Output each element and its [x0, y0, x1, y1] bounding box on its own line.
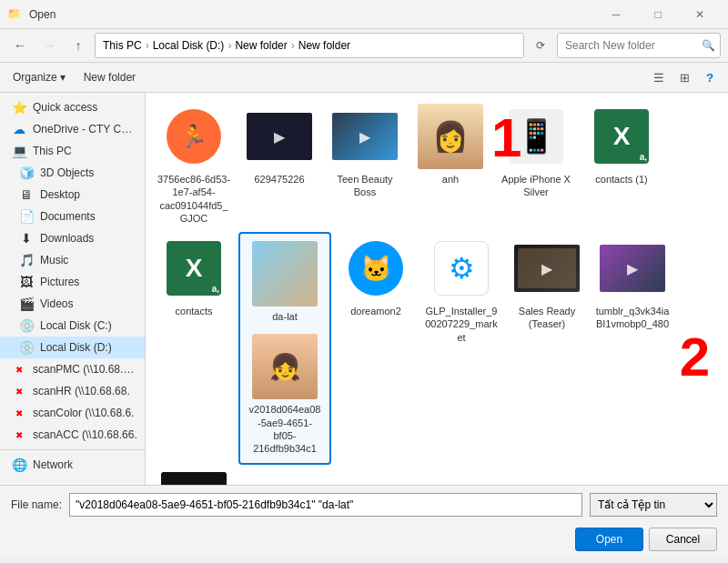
file-item-iphone[interactable]: 📱 Apple iPhone X Silver: [495, 100, 577, 228]
doraemon-icon: 🐱: [349, 241, 403, 296]
localc-icon: 💿: [18, 318, 35, 333]
image-anh: 👩: [418, 104, 483, 169]
sidebar-pictures-label: Pictures: [40, 276, 79, 288]
view-grid-button[interactable]: ⊞: [673, 66, 695, 88]
scanacc-icon: ✖: [11, 430, 27, 440]
dialog-buttons: Open Cancel: [0, 524, 728, 555]
file-name-sticker: 3756ec86-6d53-1e7-af54-cac091044fd5_GJOC: [157, 173, 231, 225]
view-toggle-button[interactable]: ☰: [648, 66, 670, 88]
file-thumbnail-teen: [332, 104, 398, 169]
sidebar-item-scanhr[interactable]: ✖ scanHR (\\10.68.68.: [0, 380, 145, 402]
organize-button[interactable]: Organize ▾: [7, 68, 71, 86]
sidebar-item-scanacc[interactable]: ✖ scanACC (\\10.68.66.: [0, 424, 145, 446]
file-item-sales[interactable]: Sales Ready (Teaser): [506, 232, 588, 464]
sidebar-item-desktop[interactable]: 🖥 Desktop: [0, 184, 145, 206]
file-name-iphone: Apple iPhone X Silver: [499, 173, 573, 199]
file-name-629: 629475226: [254, 173, 304, 186]
breadcrumb-sep1: ›: [146, 39, 149, 52]
desktop-icon: 🖥: [18, 187, 35, 202]
title-bar: 📁 Open ─ □ ✕: [0, 0, 728, 29]
sidebar-separator: [0, 449, 145, 450]
sidebar: ⭐ Quick access ☁ OneDrive - CTY CP Di 💻 …: [0, 93, 146, 485]
search-input[interactable]: [565, 39, 702, 52]
file-item-tumblr[interactable]: tumblr_q3vk34iaBI1vmobp0_480: [592, 232, 673, 464]
title-bar-controls: ─ □ ✕: [595, 0, 721, 29]
file-name-sales: Sales Ready (Teaser): [510, 305, 584, 331]
back-button[interactable]: ←: [7, 33, 33, 58]
close-button[interactable]: ✕: [679, 0, 721, 29]
installer-icon: ⚙: [434, 241, 489, 296]
sidebar-item-localc[interactable]: 💿 Local Disk (C:): [0, 315, 145, 337]
file-item-sticker[interactable]: 🏃 3756ec86-6d53-1e7-af54-cac091044fd5_GJ…: [153, 100, 235, 228]
image-tumblr2: 👤: [161, 472, 227, 485]
file-item-glp[interactable]: ⚙ GLP_Installer_900207229_market: [420, 232, 502, 464]
sidebar-item-scancolor[interactable]: ✖ scanColor (\\10.68.6.: [0, 402, 145, 424]
new-folder-button[interactable]: New folder: [78, 68, 141, 86]
minimize-button[interactable]: ─: [595, 0, 637, 29]
file-item-v2018[interactable]: 👧 v2018d064ea08-5ae9-4651-bf05-216dfb9b3…: [244, 330, 326, 458]
video-thumb-629: [247, 113, 312, 160]
file-thumbnail-629: [247, 104, 312, 169]
sidebar-item-onedrive[interactable]: ☁ OneDrive - CTY CP Di: [0, 118, 145, 140]
sidebar-desktop-label: Desktop: [40, 188, 80, 201]
filename-label: File name:: [11, 498, 62, 511]
file-item-contacts[interactable]: X a, contacts: [153, 232, 235, 464]
filename-input[interactable]: [69, 493, 582, 517]
sidebar-item-downloads[interactable]: ⬇ Downloads: [0, 227, 145, 249]
sidebar-item-quickaccess[interactable]: ⭐ Quick access: [0, 96, 145, 118]
sidebar-item-videos[interactable]: 🎬 Videos: [0, 293, 145, 315]
sidebar-item-locald[interactable]: 💿 Local Disk (D:): [0, 337, 145, 358]
sidebar-localc-label: Local Disk (C:): [40, 319, 112, 332]
file-item-629[interactable]: 629475226: [238, 100, 320, 228]
breadcrumb-newfolder2: New folder: [298, 39, 350, 52]
file-thumbnail-contacts1: X a,: [589, 104, 654, 169]
excel-icon-contacts: X a,: [167, 241, 221, 296]
file-area: 1 2 🏃 3756ec86-6d53-1e7-af54-cac091044fd…: [146, 93, 728, 485]
sidebar-item-thispc[interactable]: 💻 This PC: [0, 140, 145, 162]
filetype-select[interactable]: Tất cả Tệp tin: [590, 493, 717, 517]
file-thumbnail-dalat: [252, 241, 318, 307]
open-button[interactable]: Open: [575, 528, 643, 551]
sidebar-onedrive-label: OneDrive - CTY CP Di: [33, 123, 137, 136]
sidebar-videos-label: Videos: [40, 297, 73, 310]
sidebar-item-scanpmc[interactable]: ✖ scanPMC (\\10.68.66.: [0, 358, 145, 380]
sidebar-item-documents[interactable]: 📄 Documents: [0, 206, 145, 227]
file-item-doraemon[interactable]: 🐱 doreamon2: [335, 232, 417, 464]
bottom-bar: File name: Tất cả Tệp tin: [0, 485, 728, 524]
sidebar-item-3dobjects[interactable]: 🧊 3D Objects: [0, 162, 145, 184]
view-controls: ☰ ⊞ ?: [648, 66, 721, 88]
scancolor-icon: ✖: [11, 408, 27, 418]
video-thumb-tumblr: [600, 245, 665, 292]
breadcrumb[interactable]: This PC › Local Disk (D:) › New folder ›…: [95, 33, 524, 58]
file-thumbnail-contacts: X a,: [161, 236, 227, 301]
sidebar-3dobjects-label: 3D Objects: [40, 166, 94, 179]
file-item-contacts1[interactable]: X a, contacts (1): [581, 100, 662, 228]
quickaccess-icon: ⭐: [11, 100, 27, 115]
sidebar-item-pictures[interactable]: 🖼 Pictures: [0, 271, 145, 293]
maximize-button[interactable]: □: [637, 0, 679, 29]
sidebar-scanacc-label: scanACC (\\10.68.66.: [33, 428, 137, 441]
video-thumb-teen: [332, 113, 398, 160]
file-item-anh[interactable]: 👩 anh: [410, 100, 491, 228]
file-item-dalat[interactable]: da-lat: [244, 237, 326, 327]
image-dalat: [252, 241, 318, 307]
sidebar-documents-label: Documents: [40, 210, 96, 223]
onedrive-icon: ☁: [11, 122, 27, 136]
documents-icon: 📄: [18, 209, 35, 224]
scanpmc-icon: ✖: [11, 365, 27, 375]
sticker-icon: 🏃: [167, 109, 221, 164]
file-item-teen[interactable]: Teen Beauty Boss: [324, 100, 406, 228]
sidebar-item-music[interactable]: 🎵 Music: [0, 249, 145, 271]
file-item-tumblr2[interactable]: 👤 tumblr_qe0t9kGpWA1t22nj: [153, 468, 235, 485]
up-button[interactable]: ↑: [66, 33, 91, 58]
file-thumbnail-sales: [514, 236, 580, 301]
search-bar[interactable]: 🔍: [557, 33, 721, 58]
refresh-button[interactable]: ⟳: [528, 33, 553, 58]
help-button[interactable]: ?: [699, 66, 721, 88]
video-thumb-sales: [514, 245, 580, 292]
organize-label: Organize: [13, 71, 57, 84]
cancel-button[interactable]: Cancel: [649, 528, 717, 551]
forward-button[interactable]: →: [36, 33, 62, 58]
sidebar-item-network[interactable]: 🌐 Network: [0, 454, 145, 476]
locald-icon: 💿: [18, 340, 35, 355]
